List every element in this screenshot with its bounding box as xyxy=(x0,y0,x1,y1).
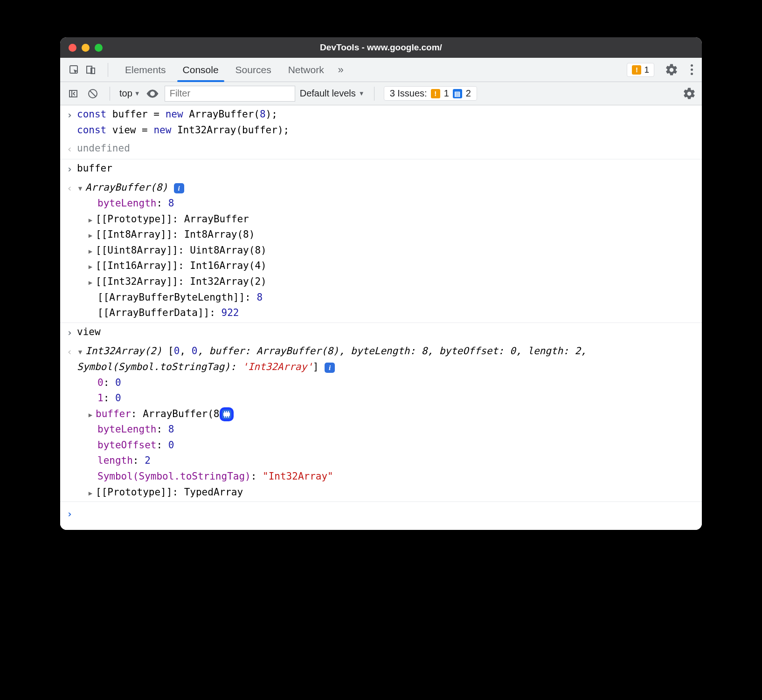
tab-console[interactable]: Console xyxy=(174,58,227,82)
context-selector[interactable]: top▼ xyxy=(119,88,140,99)
svg-rect-7 xyxy=(226,411,227,413)
object-property[interactable]: 0: 0 xyxy=(77,375,695,391)
live-expression-button[interactable] xyxy=(145,86,160,101)
expand-toggle[interactable] xyxy=(77,347,83,357)
expand-toggle[interactable] xyxy=(87,488,94,498)
console-input-row: buffer xyxy=(60,159,702,179)
object-property[interactable]: 1: 0 xyxy=(77,391,695,406)
svg-rect-11 xyxy=(228,416,229,418)
console-prompt[interactable] xyxy=(60,502,702,530)
svg-rect-8 xyxy=(228,411,229,413)
warning-icon: ! xyxy=(431,89,440,98)
input-marker-icon xyxy=(67,324,77,341)
object-property[interactable]: [[Prototype]]: ArrayBuffer xyxy=(77,212,695,227)
tab-elements[interactable]: Elements xyxy=(117,58,174,82)
object-property[interactable]: byteLength: 8 xyxy=(77,422,695,438)
input-marker-icon xyxy=(67,161,77,178)
maximize-window-button[interactable] xyxy=(95,44,103,52)
object-tree: ArrayBuffer(8) i byteLength: 8 [[Prototy… xyxy=(77,180,695,321)
memory-inspector-icon[interactable]: i xyxy=(174,183,184,193)
info-icon: ▤ xyxy=(453,89,462,98)
output-marker-icon xyxy=(67,343,77,500)
expand-toggle[interactable] xyxy=(77,183,83,193)
prompt-marker-icon xyxy=(67,506,77,522)
window-controls xyxy=(60,44,103,52)
issues-counter[interactable]: 3 Issues: ! 1 ▤ 2 xyxy=(384,86,477,101)
object-property[interactable]: length: 2 xyxy=(77,453,695,469)
object-property[interactable]: [[ArrayBufferByteLength]]: 8 xyxy=(77,290,695,306)
inspect-element-button[interactable] xyxy=(66,62,83,78)
result-value: undefined xyxy=(77,141,695,158)
output-marker-icon xyxy=(67,141,77,158)
input-marker-icon xyxy=(67,107,77,138)
console-result-row: Int32Array(2) [0, 0, buffer: ArrayBuffer… xyxy=(60,342,702,502)
expand-toggle[interactable] xyxy=(87,246,94,256)
object-property[interactable]: [[Uint8Array]]: Uint8Array(8) xyxy=(77,243,695,259)
tab-network[interactable]: Network xyxy=(280,58,333,82)
more-tabs-button[interactable]: » xyxy=(333,58,349,82)
memory-inspector-icon[interactable]: i xyxy=(325,363,335,373)
expand-toggle[interactable] xyxy=(87,215,94,225)
svg-rect-10 xyxy=(226,416,227,418)
settings-icon[interactable] xyxy=(665,63,679,77)
minimize-window-button[interactable] xyxy=(82,44,90,52)
object-property[interactable]: byteLength: 8 xyxy=(77,196,695,212)
svg-rect-5 xyxy=(223,412,230,416)
log-levels-selector[interactable]: Default levels▼ xyxy=(300,88,365,99)
object-tree: Int32Array(2) [0, 0, buffer: ArrayBuffer… xyxy=(77,343,695,500)
warning-icon: ! xyxy=(632,65,641,75)
tab-sources[interactable]: Sources xyxy=(227,58,280,82)
console-result-row: ArrayBuffer(8) i byteLength: 8 [[Prototy… xyxy=(60,178,702,323)
object-property[interactable]: [[Int32Array]]: Int32Array(2) xyxy=(77,274,695,290)
code-input: const buffer = new ArrayBuffer(8); const… xyxy=(77,107,695,138)
devtools-window: DevTools - www.google.com/ Elements Cons… xyxy=(60,37,702,530)
console-settings-icon[interactable] xyxy=(682,87,696,101)
memory-inspector-icon[interactable] xyxy=(220,407,234,421)
object-property[interactable]: [[Int8Array]]: Int8Array(8) xyxy=(77,227,695,243)
window-title: DevTools - www.google.com/ xyxy=(60,42,702,53)
object-property[interactable]: [[Int16Array]]: Int16Array(4) xyxy=(77,258,695,274)
expand-toggle[interactable] xyxy=(87,277,94,288)
filter-input[interactable] xyxy=(165,86,295,102)
object-property[interactable]: buffer: ArrayBuffer(8 xyxy=(77,406,695,422)
console-input-row: const buffer = new ArrayBuffer(8); const… xyxy=(60,105,702,139)
expand-toggle[interactable] xyxy=(87,230,94,240)
separator xyxy=(108,63,108,77)
object-header[interactable]: ArrayBuffer(8) xyxy=(85,182,168,193)
device-toolbar-button[interactable] xyxy=(83,62,99,78)
issues-badge[interactable]: ! 1 xyxy=(627,63,654,77)
more-options-button[interactable] xyxy=(687,64,696,75)
object-property[interactable]: Symbol(Symbol.toStringTag): "Int32Array" xyxy=(77,469,695,485)
warning-count: 1 xyxy=(644,65,649,75)
object-property[interactable]: byteOffset: 0 xyxy=(77,438,695,453)
output-marker-icon xyxy=(67,180,77,321)
console-input-row: view xyxy=(60,323,702,343)
console-sidebar-toggle[interactable] xyxy=(66,86,81,101)
panel-tabs: Elements Console Sources Network » xyxy=(117,58,349,82)
expand-toggle[interactable] xyxy=(87,410,94,420)
console-toolbar: top▼ Default levels▼ 3 Issues: ! 1 ▤ 2 xyxy=(60,82,702,105)
code-input: buffer xyxy=(77,161,695,178)
console-result-row: undefined xyxy=(60,139,702,159)
close-window-button[interactable] xyxy=(69,44,76,52)
expand-toggle[interactable] xyxy=(87,261,94,272)
svg-rect-9 xyxy=(224,416,225,418)
console-output: const buffer = new ArrayBuffer(8); const… xyxy=(60,105,702,530)
panel-tabbar: Elements Console Sources Network » ! 1 xyxy=(60,58,702,82)
titlebar: DevTools - www.google.com/ xyxy=(60,37,702,58)
code-input: view xyxy=(77,324,695,341)
clear-console-button[interactable] xyxy=(85,86,100,101)
object-property[interactable]: [[Prototype]]: TypedArray xyxy=(77,485,695,501)
svg-rect-6 xyxy=(224,411,225,413)
object-property[interactable]: [[ArrayBufferData]]: 922 xyxy=(77,305,695,321)
